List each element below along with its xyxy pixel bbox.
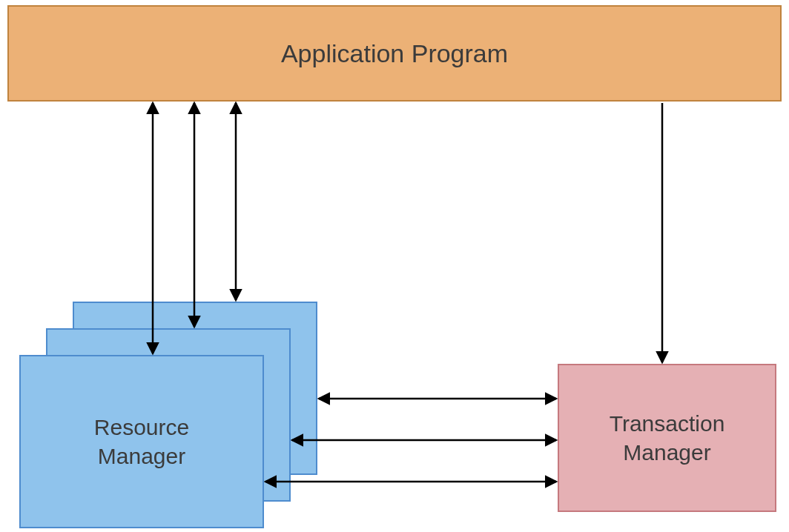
diagram-canvas: Application Program Resource Manager Tra…: [0, 0, 789, 532]
resource-manager-label: Resource Manager: [94, 413, 189, 471]
application-program-box: Application Program: [7, 5, 782, 102]
transaction-manager-label: Transaction Manager: [610, 409, 725, 467]
transaction-manager-box: Transaction Manager: [558, 364, 776, 512]
application-program-label: Application Program: [281, 39, 508, 68]
resource-manager-box-1: Resource Manager: [19, 355, 264, 528]
